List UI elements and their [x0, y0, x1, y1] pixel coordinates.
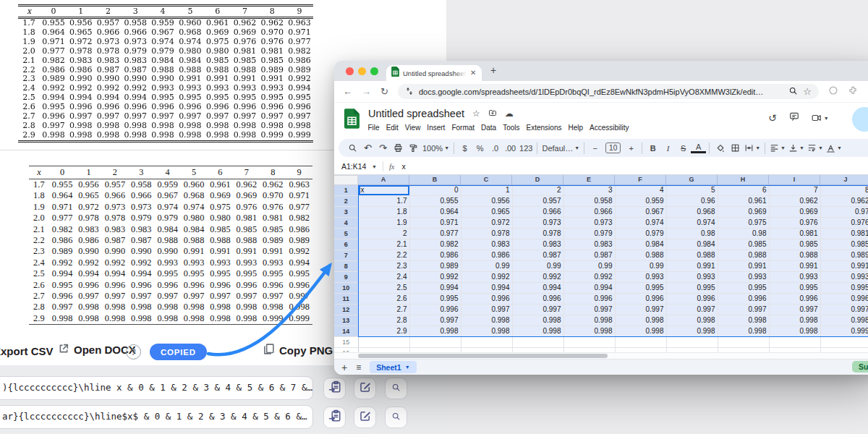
- cell-E12[interactable]: 0.997: [563, 305, 615, 315]
- cell-A15[interactable]: [358, 337, 409, 348]
- cell-I7[interactable]: 0.988: [769, 250, 820, 261]
- profile-icon[interactable]: [828, 85, 838, 98]
- menu-data[interactable]: Data: [478, 122, 500, 133]
- cell-F3[interactable]: 0.967: [615, 207, 666, 218]
- menu-file[interactable]: File: [365, 122, 383, 133]
- add-sheet-icon[interactable]: +: [341, 362, 347, 373]
- browser-tab[interactable]: Untitled spreadsheet - Goog ✕: [386, 65, 482, 81]
- paste-latex-button-2[interactable]: [323, 407, 346, 428]
- cell-F4[interactable]: 0.974: [615, 218, 666, 229]
- name-box[interactable]: A1:K14: [334, 162, 372, 171]
- row-header-1[interactable]: 1: [334, 185, 358, 196]
- format-currency-button[interactable]: $: [457, 140, 472, 156]
- print-icon[interactable]: [391, 140, 406, 156]
- cell-C2[interactable]: 0.956: [461, 196, 512, 207]
- new-tab-button[interactable]: +: [490, 64, 496, 76]
- cell-F7[interactable]: 0.988: [615, 250, 666, 261]
- cell-A7[interactable]: 2.2: [358, 250, 409, 261]
- cell-B12[interactable]: 0.996: [409, 305, 461, 315]
- cell-G15[interactable]: [666, 337, 718, 348]
- cell-H11[interactable]: 0.996: [718, 294, 769, 305]
- cell-J12[interactable]: 0.997: [820, 305, 868, 315]
- cell-A3[interactable]: 1.8: [358, 207, 409, 218]
- url-search-icon[interactable]: [788, 86, 798, 97]
- column-header-G[interactable]: G: [666, 175, 718, 185]
- cell-J8[interactable]: 0.991: [820, 261, 868, 272]
- extensions-puzzle-icon[interactable]: [848, 85, 858, 98]
- more-formats-button[interactable]: 123: [518, 140, 534, 156]
- cell-B8[interactable]: 0.989: [409, 261, 461, 272]
- cell-D5[interactable]: 0.978: [512, 229, 563, 239]
- row-header-8[interactable]: 8: [334, 261, 358, 272]
- cell-H14[interactable]: 0.998: [718, 326, 769, 337]
- menu-accessibility[interactable]: Accessibility: [587, 122, 632, 133]
- column-header-A[interactable]: A: [358, 175, 409, 185]
- star-document-icon[interactable]: ☆: [472, 109, 480, 118]
- cell-A6[interactable]: 2.1: [358, 239, 409, 250]
- copy-png-button[interactable]: Copy PNG: [263, 343, 333, 357]
- cell-E1[interactable]: 3: [563, 185, 615, 196]
- menu-insert[interactable]: Insert: [424, 122, 448, 133]
- latex-code-input-2[interactable]: ar}{lcccccccccc}\hline$x$ & 0 & 1 & 2 & …: [0, 405, 313, 429]
- cell-E11[interactable]: 0.996: [563, 294, 615, 305]
- cell-B15[interactable]: [409, 337, 461, 348]
- cell-H12[interactable]: 0.997: [718, 305, 769, 315]
- row-header-15[interactable]: 15: [334, 337, 358, 348]
- cell-G11[interactable]: 0.996: [666, 294, 718, 305]
- google-sheets-logo[interactable]: [344, 109, 359, 132]
- row-header-2[interactable]: 2: [334, 196, 358, 207]
- copied-button[interactable]: COPIED: [150, 344, 207, 360]
- cell-A12[interactable]: 2.7: [358, 305, 409, 315]
- row-header-13[interactable]: 13: [334, 315, 358, 326]
- cell-H7[interactable]: 0.988: [718, 250, 769, 261]
- cell-F5[interactable]: 0.979: [615, 229, 666, 239]
- cell-G14[interactable]: 0.998: [666, 326, 718, 337]
- cell-H9[interactable]: 0.993: [718, 272, 769, 283]
- cell-C14[interactable]: 0.998: [461, 326, 512, 337]
- url-field[interactable]: docs.google.com/spreadsheets/d/1lDEpDr0b…: [398, 84, 819, 99]
- cell-A10[interactable]: 2.5: [358, 283, 409, 294]
- cell-E13[interactable]: 0.998: [563, 315, 615, 326]
- cell-D3[interactable]: 0.966: [512, 207, 563, 218]
- formula-input[interactable]: x: [402, 162, 406, 171]
- cell-A13[interactable]: 2.8: [358, 315, 409, 326]
- cell-J9[interactable]: 0.993: [820, 272, 868, 283]
- cell-H1[interactable]: 6: [718, 185, 769, 196]
- column-header-J[interactable]: J: [820, 175, 868, 185]
- vertical-align-icon[interactable]: ▼: [787, 140, 806, 156]
- cell-B11[interactable]: 0.995: [409, 294, 461, 305]
- cell-J2[interactable]: 0.962: [820, 196, 868, 207]
- cell-C12[interactable]: 0.997: [461, 305, 512, 315]
- cell-C10[interactable]: 0.994: [461, 283, 512, 294]
- cell-B7[interactable]: 0.986: [409, 250, 461, 261]
- cell-I12[interactable]: 0.997: [769, 305, 820, 315]
- cell-E14[interactable]: 0.998: [563, 326, 615, 337]
- cell-C8[interactable]: 0.99: [461, 261, 512, 272]
- search-latex-button-2[interactable]: [385, 407, 407, 428]
- column-header-H[interactable]: H: [718, 175, 769, 185]
- menu-format[interactable]: Format: [448, 122, 478, 133]
- cell-D10[interactable]: 0.994: [512, 283, 563, 294]
- column-header-F[interactable]: F: [615, 175, 666, 185]
- edit-latex-button-1[interactable]: [354, 378, 376, 399]
- cell-D13[interactable]: 0.998: [512, 315, 563, 326]
- decrease-font-size-button[interactable]: −: [587, 140, 603, 156]
- cell-A9[interactable]: 2.4: [358, 272, 409, 283]
- cell-J14[interactable]: 0.999: [820, 326, 868, 337]
- open-docx-button[interactable]: Open DOCX: [58, 343, 136, 357]
- cell-A14[interactable]: 2.9: [358, 326, 409, 337]
- font-name-button[interactable]: Defaul…▼: [540, 140, 581, 156]
- zoom-button[interactable]: 100%▼: [421, 140, 451, 156]
- cell-H15[interactable]: [718, 337, 769, 348]
- all-sheets-icon[interactable]: ≡: [356, 363, 361, 372]
- strikethrough-button[interactable]: S: [676, 140, 691, 156]
- borders-icon[interactable]: [728, 140, 743, 156]
- document-title[interactable]: Untitled spreadsheet: [368, 108, 464, 119]
- move-to-folder-icon[interactable]: [488, 109, 497, 119]
- cell-D4[interactable]: 0.973: [512, 218, 563, 229]
- cell-D1[interactable]: 2: [512, 185, 563, 196]
- cell-I10[interactable]: 0.995: [769, 283, 820, 294]
- font-size-button[interactable]: 10: [603, 140, 624, 156]
- cell-J13[interactable]: 0.998: [820, 315, 868, 326]
- cell-D14[interactable]: 0.998: [512, 326, 563, 337]
